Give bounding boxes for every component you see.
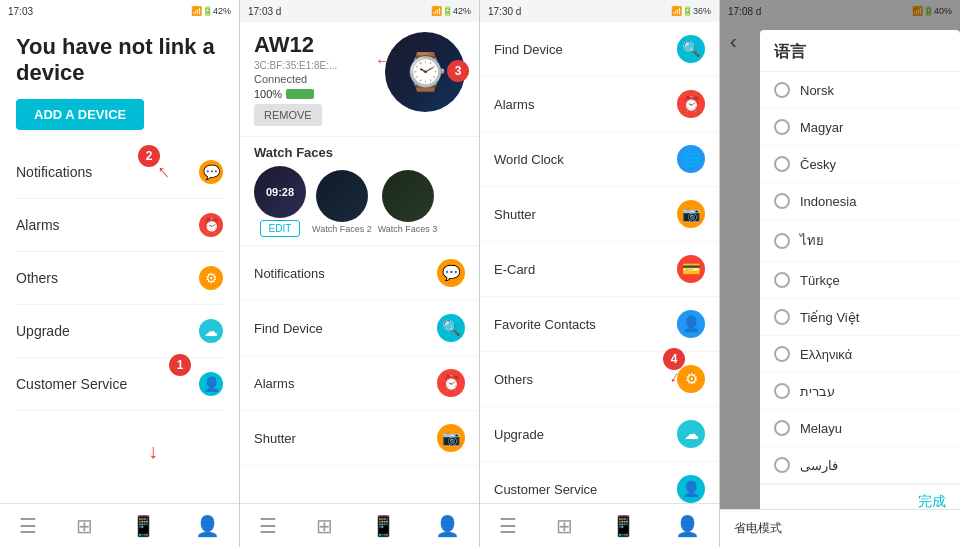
others-icon: ⚙ — [199, 266, 223, 290]
device-mac: 3C:BF:35:E1:8E:... — [254, 60, 337, 71]
panel3-menu: Find Device 🔍 Alarms ⏰ World Clock 🌐 Shu… — [480, 22, 719, 503]
lang-label-vietnamese: Tiếng Việt — [800, 310, 859, 325]
p3-alarms-icon: ⏰ — [677, 90, 705, 118]
lang-item-norsk[interactable]: Norsk — [760, 72, 960, 109]
panel-1: 17:03 📶🔋42% You have not link a device A… — [0, 0, 240, 547]
lang-item-thai[interactable]: ไทย — [760, 220, 960, 262]
lang-radio-turkce[interactable] — [774, 272, 790, 288]
lang-label-indonesia: Indonesia — [800, 194, 856, 209]
device-status: Connected — [254, 73, 337, 85]
p3-ecard-icon: 💳 — [677, 255, 705, 283]
nav-grid-1[interactable]: ⊞ — [68, 510, 101, 542]
arrow-watch: ← — [375, 52, 391, 70]
battery-text: 100% — [254, 88, 282, 100]
panel1-main: You have not link a device ADD A DEVICE … — [0, 22, 239, 503]
p3-shutter-icon: 📷 — [677, 200, 705, 228]
p3-find-device-icon: 🔍 — [677, 35, 705, 63]
customer-service-icon: 👤 — [199, 372, 223, 396]
battery-row: 100% — [254, 88, 337, 100]
p2-find-device[interactable]: Find Device 🔍 — [240, 301, 479, 356]
edit-watch-face-button[interactable]: EDIT — [260, 220, 301, 237]
watch-face-label-3: Watch Faces 3 — [378, 224, 438, 234]
watch-faces-row: 09:28 EDIT Watch Faces 2 Watch Faces 3 — [254, 166, 465, 237]
lang-item-greek[interactable]: Ελληνικά — [760, 336, 960, 373]
watch-face-preview-3 — [382, 170, 434, 222]
watch-face-3[interactable]: Watch Faces 3 — [378, 170, 438, 234]
watch-face-preview-1[interactable]: 09:28 — [254, 166, 306, 218]
nav-device-3[interactable]: 📱 — [603, 510, 644, 542]
p3-shutter[interactable]: Shutter 📷 — [480, 187, 719, 242]
menu-notifications[interactable]: Notifications 💬 — [16, 146, 223, 199]
p3-ecard[interactable]: E-Card 💳 — [480, 242, 719, 297]
lang-item-hebrew[interactable]: עברית — [760, 373, 960, 410]
p3-customer-service-icon: 👤 — [677, 475, 705, 503]
p2-notifications-icon: 💬 — [437, 259, 465, 287]
time-1: 17:03 — [8, 6, 33, 17]
remove-button[interactable]: REMOVE — [254, 104, 322, 126]
lang-radio-thai[interactable] — [774, 233, 790, 249]
status-bar-3: 17:30 d 📶🔋36% — [480, 0, 719, 22]
lang-radio-norsk[interactable] — [774, 82, 790, 98]
notifications-icon: 💬 — [199, 160, 223, 184]
panel2-main: AW12 3C:BF:35:E1:8E:... Connected 100% R… — [240, 22, 479, 503]
nav-home-2[interactable]: ☰ — [251, 510, 285, 542]
lang-label-thai: ไทย — [800, 230, 824, 251]
p3-alarms[interactable]: Alarms ⏰ — [480, 77, 719, 132]
p3-world-clock[interactable]: World Clock 🌐 — [480, 132, 719, 187]
add-device-button[interactable]: ADD A DEVICE — [16, 99, 144, 130]
nav-profile-2[interactable]: 👤 — [427, 510, 468, 542]
menu-others[interactable]: Others ⚙ — [16, 252, 223, 305]
p3-customer-service[interactable]: Customer Service 👤 — [480, 462, 719, 503]
p3-favorite-contacts[interactable]: Favorite Contacts 👤 — [480, 297, 719, 352]
nav-profile-1[interactable]: 👤 — [187, 510, 228, 542]
language-sheet: 语言 Norsk Magyar Česky Indonesia ไทย Türk… — [760, 30, 960, 519]
lang-radio-indonesia[interactable] — [774, 193, 790, 209]
p2-shutter-icon: 📷 — [437, 424, 465, 452]
p2-alarms-icon: ⏰ — [437, 369, 465, 397]
nav-home-3[interactable]: ☰ — [491, 510, 525, 542]
menu-upgrade[interactable]: Upgrade ☁ — [16, 305, 223, 358]
p3-others[interactable]: Others ⚙ 4 ↓ — [480, 352, 719, 407]
status-icons-1: 📶🔋42% — [191, 6, 231, 16]
arrow-bottom-1: ↓ — [148, 440, 158, 463]
p2-notifications[interactable]: Notifications 💬 — [240, 246, 479, 301]
nav-profile-3[interactable]: 👤 — [667, 510, 708, 542]
nav-grid-3[interactable]: ⊞ — [548, 510, 581, 542]
p3-upgrade[interactable]: Upgrade ☁ — [480, 407, 719, 462]
p2-find-device-icon: 🔍 — [437, 314, 465, 342]
lang-item-turkce[interactable]: Türkçe — [760, 262, 960, 299]
watch-face-2[interactable]: Watch Faces 2 — [312, 170, 372, 234]
lang-label-greek: Ελληνικά — [800, 347, 852, 362]
p2-shutter[interactable]: Shutter 📷 — [240, 411, 479, 466]
nav-grid-2[interactable]: ⊞ — [308, 510, 341, 542]
lang-item-vietnamese[interactable]: Tiếng Việt — [760, 299, 960, 336]
nav-home-1[interactable]: ☰ — [11, 510, 45, 542]
nav-device-1[interactable]: 📱 — [123, 510, 164, 542]
lang-item-magyar[interactable]: Magyar — [760, 109, 960, 146]
lang-radio-vietnamese[interactable] — [774, 309, 790, 325]
p3-find-device[interactable]: Find Device 🔍 — [480, 22, 719, 77]
lang-item-melayu[interactable]: Melayu — [760, 410, 960, 447]
p2-alarms[interactable]: Alarms ⏰ — [240, 356, 479, 411]
lang-item-cesky[interactable]: Česky — [760, 146, 960, 183]
lang-radio-magyar[interactable] — [774, 119, 790, 135]
device-header: AW12 3C:BF:35:E1:8E:... Connected 100% R… — [240, 22, 479, 137]
lang-item-farsi[interactable]: فارسی — [760, 447, 960, 484]
lang-radio-melayu[interactable] — [774, 420, 790, 436]
watch-face-edit: 09:28 EDIT — [254, 166, 306, 237]
annotation-3: 3 — [447, 60, 469, 82]
lang-radio-farsi[interactable] — [774, 457, 790, 473]
menu-alarms[interactable]: Alarms ⏰ — [16, 199, 223, 252]
lang-label-hebrew: עברית — [800, 384, 835, 399]
bottom-nav-1: ☰ ⊞ 📱 👤 — [0, 503, 239, 547]
back-button[interactable]: ‹ — [730, 30, 737, 53]
menu-customer-service[interactable]: Customer Service 👤 1 — [16, 358, 223, 411]
battery-mode-row: 省电模式 — [720, 509, 960, 547]
lang-radio-cesky[interactable] — [774, 156, 790, 172]
lang-radio-greek[interactable] — [774, 346, 790, 362]
nav-device-2[interactable]: 📱 — [363, 510, 404, 542]
lang-item-indonesia[interactable]: Indonesia — [760, 183, 960, 220]
battery-bar — [286, 89, 314, 99]
lang-radio-hebrew[interactable] — [774, 383, 790, 399]
annotation-1: 1 — [169, 354, 191, 376]
